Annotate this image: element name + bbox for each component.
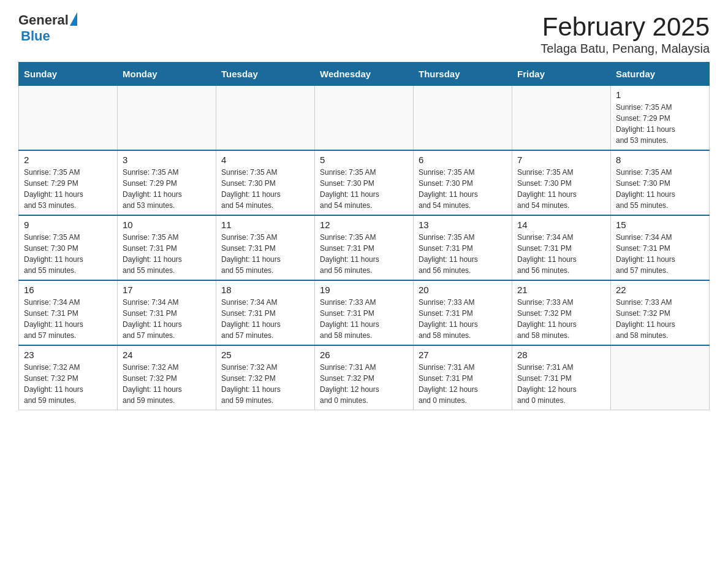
weekday-header-tuesday: Tuesday bbox=[216, 63, 315, 86]
weekday-header-wednesday: Wednesday bbox=[315, 63, 414, 86]
location-title: Telaga Batu, Penang, Malaysia bbox=[540, 42, 710, 56]
day-info: Sunrise: 7:35 AM Sunset: 7:29 PM Dayligh… bbox=[24, 167, 112, 211]
day-info: Sunrise: 7:33 AM Sunset: 7:32 PM Dayligh… bbox=[616, 297, 704, 341]
day-info: Sunrise: 7:33 AM Sunset: 7:31 PM Dayligh… bbox=[320, 297, 408, 341]
weekday-header-monday: Monday bbox=[118, 63, 216, 86]
weekday-header-row: SundayMondayTuesdayWednesdayThursdayFrid… bbox=[19, 63, 710, 86]
day-info: Sunrise: 7:32 AM Sunset: 7:32 PM Dayligh… bbox=[221, 362, 309, 406]
calendar-cell: 10Sunrise: 7:35 AM Sunset: 7:31 PM Dayli… bbox=[118, 215, 216, 280]
day-number: 20 bbox=[419, 285, 507, 295]
calendar-cell bbox=[611, 345, 710, 410]
calendar-cell: 8Sunrise: 7:35 AM Sunset: 7:30 PM Daylig… bbox=[611, 150, 710, 215]
day-number: 2 bbox=[24, 155, 112, 165]
day-info: Sunrise: 7:35 AM Sunset: 7:30 PM Dayligh… bbox=[320, 167, 408, 211]
day-number: 16 bbox=[24, 285, 112, 295]
day-info: Sunrise: 7:35 AM Sunset: 7:30 PM Dayligh… bbox=[24, 232, 112, 276]
calendar-table: SundayMondayTuesdayWednesdayThursdayFrid… bbox=[18, 62, 710, 410]
weekday-header-saturday: Saturday bbox=[611, 63, 710, 86]
day-info: Sunrise: 7:31 AM Sunset: 7:32 PM Dayligh… bbox=[320, 362, 408, 406]
calendar-cell bbox=[216, 86, 315, 151]
calendar-cell bbox=[315, 86, 414, 151]
day-number: 24 bbox=[123, 350, 211, 360]
calendar-cell: 5Sunrise: 7:35 AM Sunset: 7:30 PM Daylig… bbox=[315, 150, 414, 215]
calendar-cell: 20Sunrise: 7:33 AM Sunset: 7:31 PM Dayli… bbox=[414, 280, 512, 345]
day-number: 22 bbox=[616, 285, 704, 295]
calendar-cell: 7Sunrise: 7:35 AM Sunset: 7:30 PM Daylig… bbox=[512, 150, 611, 215]
day-number: 7 bbox=[517, 155, 605, 165]
day-info: Sunrise: 7:32 AM Sunset: 7:32 PM Dayligh… bbox=[123, 362, 211, 406]
calendar-week-1: 1Sunrise: 7:35 AM Sunset: 7:29 PM Daylig… bbox=[19, 86, 710, 151]
page-header: General Blue February 2025 Telaga Batu, … bbox=[18, 12, 710, 56]
calendar-cell: 18Sunrise: 7:34 AM Sunset: 7:31 PM Dayli… bbox=[216, 280, 315, 345]
day-info: Sunrise: 7:33 AM Sunset: 7:32 PM Dayligh… bbox=[517, 297, 605, 341]
calendar-cell: 25Sunrise: 7:32 AM Sunset: 7:32 PM Dayli… bbox=[216, 345, 315, 410]
day-number: 17 bbox=[123, 285, 211, 295]
calendar-cell: 27Sunrise: 7:31 AM Sunset: 7:31 PM Dayli… bbox=[414, 345, 512, 410]
day-number: 3 bbox=[123, 155, 211, 165]
calendar-cell: 12Sunrise: 7:35 AM Sunset: 7:31 PM Dayli… bbox=[315, 215, 414, 280]
calendar-cell: 19Sunrise: 7:33 AM Sunset: 7:31 PM Dayli… bbox=[315, 280, 414, 345]
calendar-week-5: 23Sunrise: 7:32 AM Sunset: 7:32 PM Dayli… bbox=[19, 345, 710, 410]
day-number: 5 bbox=[320, 155, 408, 165]
weekday-header-friday: Friday bbox=[512, 63, 611, 86]
calendar-cell: 23Sunrise: 7:32 AM Sunset: 7:32 PM Dayli… bbox=[19, 345, 118, 410]
logo-general-text: General bbox=[18, 12, 69, 28]
calendar-cell: 4Sunrise: 7:35 AM Sunset: 7:30 PM Daylig… bbox=[216, 150, 315, 215]
calendar-cell bbox=[512, 86, 611, 151]
day-number: 12 bbox=[320, 220, 408, 230]
day-info: Sunrise: 7:35 AM Sunset: 7:31 PM Dayligh… bbox=[221, 232, 309, 276]
logo: General Blue bbox=[18, 12, 77, 44]
calendar-cell: 28Sunrise: 7:31 AM Sunset: 7:31 PM Dayli… bbox=[512, 345, 611, 410]
calendar-cell bbox=[414, 86, 512, 151]
day-number: 26 bbox=[320, 350, 408, 360]
title-block: February 2025 Telaga Batu, Penang, Malay… bbox=[540, 12, 710, 56]
calendar-week-2: 2Sunrise: 7:35 AM Sunset: 7:29 PM Daylig… bbox=[19, 150, 710, 215]
day-number: 10 bbox=[123, 220, 211, 230]
day-number: 4 bbox=[221, 155, 309, 165]
day-info: Sunrise: 7:31 AM Sunset: 7:31 PM Dayligh… bbox=[517, 362, 605, 406]
day-info: Sunrise: 7:35 AM Sunset: 7:30 PM Dayligh… bbox=[419, 167, 507, 211]
day-info: Sunrise: 7:35 AM Sunset: 7:29 PM Dayligh… bbox=[123, 167, 211, 211]
day-info: Sunrise: 7:34 AM Sunset: 7:31 PM Dayligh… bbox=[123, 297, 211, 341]
day-number: 25 bbox=[221, 350, 309, 360]
day-number: 11 bbox=[221, 220, 309, 230]
day-number: 21 bbox=[517, 285, 605, 295]
calendar-cell: 15Sunrise: 7:34 AM Sunset: 7:31 PM Dayli… bbox=[611, 215, 710, 280]
calendar-cell: 1Sunrise: 7:35 AM Sunset: 7:29 PM Daylig… bbox=[611, 86, 710, 151]
calendar-cell: 11Sunrise: 7:35 AM Sunset: 7:31 PM Dayli… bbox=[216, 215, 315, 280]
calendar-cell bbox=[19, 86, 118, 151]
day-number: 27 bbox=[419, 350, 507, 360]
day-info: Sunrise: 7:34 AM Sunset: 7:31 PM Dayligh… bbox=[517, 232, 605, 276]
calendar-cell bbox=[118, 86, 216, 151]
calendar-cell: 16Sunrise: 7:34 AM Sunset: 7:31 PM Dayli… bbox=[19, 280, 118, 345]
day-info: Sunrise: 7:35 AM Sunset: 7:30 PM Dayligh… bbox=[517, 167, 605, 211]
day-number: 1 bbox=[616, 90, 704, 100]
day-number: 13 bbox=[419, 220, 507, 230]
calendar-cell: 9Sunrise: 7:35 AM Sunset: 7:30 PM Daylig… bbox=[19, 215, 118, 280]
day-number: 9 bbox=[24, 220, 112, 230]
day-number: 6 bbox=[419, 155, 507, 165]
logo-triangle-icon bbox=[70, 12, 77, 26]
day-info: Sunrise: 7:32 AM Sunset: 7:32 PM Dayligh… bbox=[24, 362, 112, 406]
calendar-cell: 21Sunrise: 7:33 AM Sunset: 7:32 PM Dayli… bbox=[512, 280, 611, 345]
calendar-week-4: 16Sunrise: 7:34 AM Sunset: 7:31 PM Dayli… bbox=[19, 280, 710, 345]
calendar-cell: 13Sunrise: 7:35 AM Sunset: 7:31 PM Dayli… bbox=[414, 215, 512, 280]
logo-blue-text: Blue bbox=[21, 28, 50, 44]
day-info: Sunrise: 7:35 AM Sunset: 7:30 PM Dayligh… bbox=[616, 167, 704, 211]
calendar-cell: 22Sunrise: 7:33 AM Sunset: 7:32 PM Dayli… bbox=[611, 280, 710, 345]
day-info: Sunrise: 7:35 AM Sunset: 7:29 PM Dayligh… bbox=[616, 102, 704, 146]
day-info: Sunrise: 7:34 AM Sunset: 7:31 PM Dayligh… bbox=[221, 297, 309, 341]
day-info: Sunrise: 7:35 AM Sunset: 7:30 PM Dayligh… bbox=[221, 167, 309, 211]
day-number: 23 bbox=[24, 350, 112, 360]
calendar-cell: 26Sunrise: 7:31 AM Sunset: 7:32 PM Dayli… bbox=[315, 345, 414, 410]
calendar-cell: 6Sunrise: 7:35 AM Sunset: 7:30 PM Daylig… bbox=[414, 150, 512, 215]
calendar-cell: 3Sunrise: 7:35 AM Sunset: 7:29 PM Daylig… bbox=[118, 150, 216, 215]
day-number: 18 bbox=[221, 285, 309, 295]
calendar-cell: 14Sunrise: 7:34 AM Sunset: 7:31 PM Dayli… bbox=[512, 215, 611, 280]
day-number: 19 bbox=[320, 285, 408, 295]
calendar-cell: 2Sunrise: 7:35 AM Sunset: 7:29 PM Daylig… bbox=[19, 150, 118, 215]
day-number: 8 bbox=[616, 155, 704, 165]
day-info: Sunrise: 7:34 AM Sunset: 7:31 PM Dayligh… bbox=[616, 232, 704, 276]
day-info: Sunrise: 7:33 AM Sunset: 7:31 PM Dayligh… bbox=[419, 297, 507, 341]
weekday-header-sunday: Sunday bbox=[19, 63, 118, 86]
